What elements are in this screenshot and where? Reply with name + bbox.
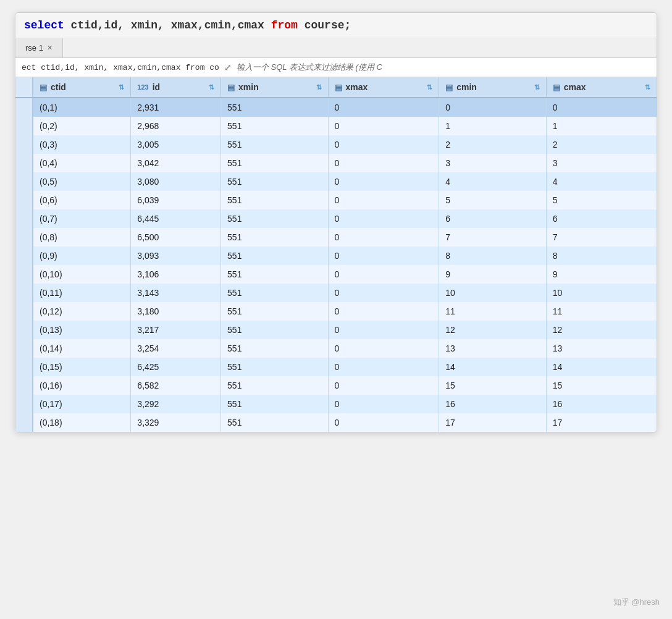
- cmax-sort-icon[interactable]: ⇅: [645, 83, 650, 91]
- cell-ctid: (0,6): [33, 191, 131, 209]
- cell-cmax: 1: [546, 117, 657, 135]
- cell-cmax: 16: [546, 395, 657, 413]
- table-row[interactable]: (0,12)3,18055101111: [15, 302, 657, 321]
- close-icon[interactable]: ✕: [47, 44, 52, 52]
- cell-cmax: 11: [546, 302, 657, 321]
- cell-cmin: 6: [439, 209, 546, 228]
- table-row[interactable]: (0,4)3,042551033: [15, 154, 657, 172]
- cell-cmax: 10: [546, 284, 657, 302]
- cell-cmax: 5: [546, 191, 657, 209]
- cell-ctid: (0,4): [33, 154, 131, 172]
- table-header-row: ▤ ctid ⇅ 123 id ⇅ ▤: [15, 77, 657, 98]
- cell-cmax: 8: [546, 246, 657, 265]
- keyword-select: select: [24, 19, 64, 32]
- col-header-id[interactable]: 123 id ⇅: [131, 77, 221, 98]
- cell-ctid: (0,15): [33, 358, 131, 376]
- row-number: [15, 358, 33, 376]
- table-row[interactable]: (0,18)3,32955101717: [15, 413, 657, 432]
- cell-cmin: 8: [439, 246, 546, 265]
- table-row[interactable]: (0,2)2,968551011: [15, 117, 657, 135]
- table-row[interactable]: (0,14)3,25455101313: [15, 339, 657, 358]
- query-preview-text: ect ctid,id, xmin, xmax,cmin,cmax from c…: [22, 63, 219, 72]
- col-header-xmax[interactable]: ▤ xmax ⇅: [328, 77, 439, 98]
- cell-cmax: 3: [546, 154, 657, 172]
- cmin-sort-icon[interactable]: ⇅: [534, 83, 540, 91]
- table-row[interactable]: (0,7)6,445551066: [15, 209, 657, 228]
- row-number: [15, 395, 33, 413]
- table-row[interactable]: (0,9)3,093551088: [15, 246, 657, 265]
- col-name-id: id: [153, 82, 160, 92]
- cell-id: 3,180: [131, 302, 221, 321]
- cell-ctid: (0,7): [33, 209, 131, 228]
- cell-xmin: 551: [221, 321, 328, 339]
- cell-xmin: 551: [221, 154, 328, 172]
- row-number: [15, 172, 33, 191]
- data-table-container: ▤ ctid ⇅ 123 id ⇅ ▤: [15, 77, 657, 432]
- cell-xmax: 0: [328, 339, 439, 358]
- cell-cmax: 6: [546, 209, 657, 228]
- col-header-cmin[interactable]: ▤ cmin ⇅: [439, 77, 546, 98]
- cell-xmax: 0: [328, 413, 439, 432]
- row-number: [15, 376, 33, 395]
- col-name-xmax: xmax: [346, 82, 368, 92]
- cell-xmin: 551: [221, 98, 328, 117]
- cell-cmin: 17: [439, 413, 546, 432]
- cell-xmax: 0: [328, 265, 439, 284]
- row-number: [15, 321, 33, 339]
- cell-ctid: (0,18): [33, 413, 131, 432]
- cell-ctid: (0,9): [33, 246, 131, 265]
- cell-ctid: (0,2): [33, 117, 131, 135]
- cell-cmin: 16: [439, 395, 546, 413]
- id-sort-icon[interactable]: ⇅: [209, 83, 214, 91]
- keyword-from: from: [271, 19, 298, 32]
- cell-cmin: 2: [439, 135, 546, 154]
- table-row[interactable]: (0,17)3,29255101616: [15, 395, 657, 413]
- cell-id: 6,425: [131, 358, 221, 376]
- watermark: 知乎 @hresh: [613, 597, 660, 608]
- cell-cmax: 2: [546, 135, 657, 154]
- id-col-icon: 123: [137, 83, 148, 91]
- xmin-sort-icon[interactable]: ⇅: [316, 83, 322, 91]
- xmax-sort-icon[interactable]: ⇅: [427, 83, 432, 91]
- row-number: [15, 117, 33, 135]
- table-row[interactable]: (0,16)6,58255101515: [15, 376, 657, 395]
- col-header-cmax[interactable]: ▤ cmax ⇅: [546, 77, 657, 98]
- cell-cmin: 0: [439, 98, 546, 117]
- table-row[interactable]: (0,6)6,039551055: [15, 191, 657, 209]
- table-row[interactable]: (0,13)3,21755101212: [15, 321, 657, 339]
- row-number: [15, 209, 33, 228]
- table-row[interactable]: (0,15)6,42555101414: [15, 358, 657, 376]
- result-tab[interactable]: rse 1 ✕: [15, 38, 63, 57]
- table-row[interactable]: (0,11)3,14355101010: [15, 284, 657, 302]
- table-row[interactable]: (0,10)3,106551099: [15, 265, 657, 284]
- col-name-cmax: cmax: [564, 82, 586, 92]
- table-row[interactable]: (0,5)3,080551044: [15, 172, 657, 191]
- data-table: ▤ ctid ⇅ 123 id ⇅ ▤: [15, 77, 657, 432]
- cell-xmax: 0: [328, 135, 439, 154]
- row-number: [15, 228, 33, 246]
- cell-cmin: 1: [439, 117, 546, 135]
- expand-icon[interactable]: ⤢: [224, 62, 232, 72]
- cell-xmin: 551: [221, 395, 328, 413]
- cell-cmax: 15: [546, 376, 657, 395]
- table-row[interactable]: (0,3)3,005551022: [15, 135, 657, 154]
- row-number: [15, 191, 33, 209]
- ctid-sort-icon[interactable]: ⇅: [119, 83, 124, 91]
- table-row[interactable]: (0,1)2,931551000: [15, 98, 657, 117]
- cell-id: 6,500: [131, 228, 221, 246]
- cell-ctid: (0,14): [33, 339, 131, 358]
- table-row[interactable]: (0,8)6,500551077: [15, 228, 657, 246]
- cell-cmin: 14: [439, 358, 546, 376]
- cell-xmax: 0: [328, 191, 439, 209]
- cell-id: 3,042: [131, 154, 221, 172]
- sql-bar: select ctid,id, xmin, xmax,cmin,cmax fro…: [15, 13, 657, 38]
- cell-cmin: 7: [439, 228, 546, 246]
- col-header-ctid[interactable]: ▤ ctid ⇅: [33, 77, 131, 98]
- cell-id: 3,143: [131, 284, 221, 302]
- col-name-cmin: cmin: [456, 82, 477, 92]
- cell-cmin: 9: [439, 265, 546, 284]
- cell-xmin: 551: [221, 339, 328, 358]
- cell-cmin: 15: [439, 376, 546, 395]
- cell-cmax: 7: [546, 228, 657, 246]
- col-header-xmin[interactable]: ▤ xmin ⇅: [221, 77, 328, 98]
